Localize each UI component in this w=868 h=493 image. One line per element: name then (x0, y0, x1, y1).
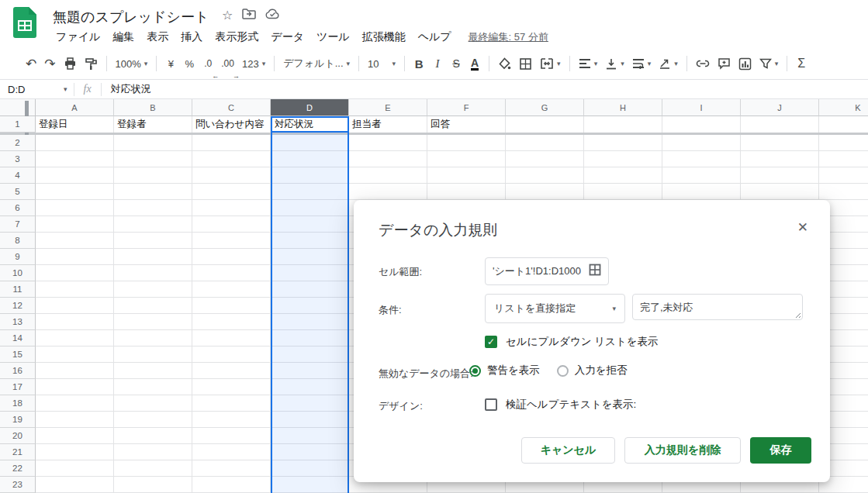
cell-C1[interactable]: 問い合わせ内容 (192, 116, 271, 133)
show-warning-radio[interactable] (469, 365, 481, 377)
row-header-10[interactable]: 10 (0, 265, 36, 281)
functions-button[interactable]: Σ (792, 53, 811, 74)
column-header-C[interactable]: C (192, 99, 271, 116)
cell-range-input[interactable]: 'シート1'!D1:D1000 (485, 257, 609, 285)
select-data-range-icon[interactable] (589, 264, 601, 279)
row-header-17[interactable]: 17 (0, 379, 36, 395)
row-header-18[interactable]: 18 (0, 395, 36, 412)
menu-data[interactable]: データ (265, 28, 310, 47)
row-header-22[interactable]: 22 (0, 460, 36, 477)
text-color-button[interactable]: A (465, 53, 484, 74)
selected-column-overlay[interactable] (271, 133, 349, 493)
column-header-K[interactable]: K (819, 99, 868, 116)
row-header-8[interactable]: 8 (0, 233, 36, 249)
row-header-6[interactable]: 6 (0, 200, 36, 216)
more-formats-button[interactable]: 123▾ (238, 53, 269, 74)
font-family-select[interactable]: デフォルト...▾ (279, 53, 354, 74)
insert-comment-icon[interactable] (714, 53, 735, 74)
save-button[interactable]: 保存 (750, 437, 811, 464)
italic-button[interactable]: I (428, 53, 447, 74)
reject-input-radio[interactable] (557, 365, 569, 377)
menu-edit[interactable]: 編集 (106, 28, 140, 47)
paint-format-icon[interactable] (81, 53, 102, 74)
last-edit-link[interactable]: 最終編集: 57 分前 (469, 30, 548, 44)
column-header-B[interactable]: B (114, 99, 192, 116)
row-header-12[interactable]: 12 (0, 298, 36, 314)
column-header-A[interactable]: A (36, 99, 114, 116)
borders-icon[interactable] (515, 53, 536, 74)
row-header-13[interactable]: 13 (0, 314, 36, 330)
create-filter-button[interactable]: ▾ (756, 53, 783, 74)
column-header-G[interactable]: G (506, 99, 584, 116)
show-warning-label[interactable]: 警告を表示 (487, 364, 540, 378)
row-header-4[interactable]: 4 (0, 167, 36, 184)
cell-B1[interactable]: 登録者 (114, 116, 192, 133)
cloud-saved-icon[interactable] (265, 9, 280, 22)
row-header-1[interactable]: 1 (0, 116, 36, 133)
bold-button[interactable]: B (410, 53, 428, 74)
horizontal-align-button[interactable]: ▾ (575, 53, 602, 74)
format-percent-button[interactable]: % (180, 53, 199, 74)
menu-view[interactable]: 表示 (140, 28, 175, 47)
show-dropdown-checkbox[interactable]: ✓ (485, 336, 497, 348)
cell-A1[interactable]: 登録日 (36, 116, 114, 133)
insert-link-icon[interactable] (692, 53, 714, 74)
undo-icon[interactable]: ↶ (22, 53, 40, 74)
list-items-input[interactable]: 完了,未対応 (632, 294, 803, 320)
frozen-row-divider[interactable] (0, 133, 868, 135)
row-header-19[interactable]: 19 (0, 412, 36, 428)
menu-insert[interactable]: 挿入 (175, 28, 209, 47)
select-all-corner[interactable] (0, 99, 36, 116)
column-header-F[interactable]: F (427, 99, 506, 116)
row-header-9[interactable]: 9 (0, 249, 36, 265)
menu-format[interactable]: 表示形式 (209, 28, 265, 47)
menu-help[interactable]: ヘルプ (412, 28, 458, 47)
insert-chart-icon[interactable] (735, 53, 756, 74)
row-header-14[interactable]: 14 (0, 330, 36, 346)
menu-file[interactable]: ファイル (50, 28, 106, 47)
merge-cells-button[interactable]: ▾ (536, 53, 565, 74)
menu-extensions[interactable]: 拡張機能 (356, 28, 412, 47)
move-folder-icon[interactable] (242, 9, 256, 22)
column-header-D[interactable]: D (271, 99, 349, 116)
document-title[interactable]: 無題のスプレッドシート (53, 8, 209, 26)
condition-select[interactable]: リストを直接指定 ▾ (485, 294, 625, 323)
chevron-down-icon[interactable]: ▾ (64, 85, 67, 93)
resize-grip-icon[interactable] (794, 311, 801, 318)
font-size-select[interactable]: 10▾ (364, 53, 399, 74)
row-header-15[interactable]: 15 (0, 346, 36, 363)
close-icon[interactable]: ✕ (797, 219, 808, 236)
row-header-11[interactable]: 11 (0, 281, 36, 298)
column-header-J[interactable]: J (741, 99, 819, 116)
decrease-decimal-button[interactable]: .0← (199, 53, 217, 74)
star-icon[interactable]: ☆ (222, 9, 233, 22)
reject-input-label[interactable]: 入力を拒否 (575, 364, 628, 378)
text-wrap-button[interactable]: ▾ (628, 53, 655, 74)
increase-decimal-button[interactable]: .00→ (217, 53, 238, 74)
sheets-logo-icon[interactable] (13, 7, 36, 42)
row-header-21[interactable]: 21 (0, 444, 36, 460)
row-header-7[interactable]: 7 (0, 216, 36, 233)
selected-cell-D1[interactable]: 対応状況 (271, 116, 349, 133)
text-rotation-button[interactable]: ▾ (655, 53, 682, 74)
vertical-align-button[interactable]: ▾ (601, 53, 628, 74)
cell-E1[interactable]: 担当者 (349, 116, 427, 133)
menu-tools[interactable]: ツール (310, 28, 356, 47)
format-currency-button[interactable]: ¥ (161, 53, 180, 74)
row-header-16[interactable]: 16 (0, 363, 36, 379)
help-text-checkbox[interactable] (485, 398, 497, 411)
row-header-20[interactable]: 20 (0, 428, 36, 444)
column-header-E[interactable]: E (349, 99, 427, 116)
remove-validation-button[interactable]: 入力規則を削除 (624, 437, 741, 464)
fill-color-icon[interactable] (494, 53, 515, 74)
row-header-5[interactable]: 5 (0, 184, 36, 200)
redo-icon[interactable]: ↷ (40, 53, 59, 74)
cell-F1[interactable]: 回答 (427, 116, 506, 133)
column-header-I[interactable]: I (662, 99, 741, 116)
strikethrough-button[interactable]: S (447, 53, 465, 74)
cancel-button[interactable]: キャンセル (521, 437, 615, 464)
name-box[interactable]: D:D (0, 84, 61, 95)
row-header-3[interactable]: 3 (0, 151, 36, 167)
row-header-2[interactable]: 2 (0, 135, 36, 151)
row-header-23[interactable]: 23 (0, 477, 36, 493)
